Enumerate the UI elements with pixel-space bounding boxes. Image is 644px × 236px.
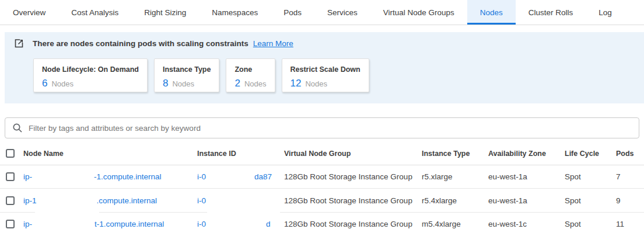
life-cycle-cell: Spot — [565, 220, 616, 228]
redaction-gap — [32, 177, 94, 178]
node-name-suffix: .compute.internal — [97, 196, 158, 205]
banner-message: There are nodes containing pods with sca… — [33, 39, 249, 48]
card-count: 2 — [235, 78, 240, 89]
column-header-instance-type: Instance Type — [422, 150, 488, 158]
constraint-card-restrict-scale-down[interactable]: Restrict Scale Down 12 Nodes — [282, 58, 369, 92]
card-count: 6 — [42, 78, 47, 89]
tab-services[interactable]: Services — [314, 0, 370, 25]
redaction-gap — [32, 224, 94, 225]
nodes-page: Overview Cost Analysis Right Sizing Name… — [0, 0, 644, 236]
virtual-node-group-cell: 128Gb Root Storage Instance Group — [284, 172, 422, 181]
card-title: Instance Type — [163, 65, 211, 74]
availability-zone-cell: eu-west-1a — [488, 172, 565, 181]
scaling-constraints-banner: There are nodes containing pods with sca… — [5, 32, 644, 103]
pods-cell: 11 — [616, 220, 644, 228]
banner-message-row: There are nodes containing pods with sca… — [14, 39, 635, 48]
tab-bar: Overview Cost Analysis Right Sizing Name… — [0, 0, 644, 25]
tab-nodes[interactable]: Nodes — [467, 0, 516, 25]
redaction-gap — [206, 224, 266, 225]
node-name-link[interactable]: ip--1.compute.internal — [23, 172, 197, 181]
redaction-gap — [206, 200, 264, 201]
instance-id-prefix: i-0 — [197, 172, 206, 181]
card-title: Zone — [235, 65, 266, 74]
tab-cluster-rolls[interactable]: Cluster Rolls — [516, 0, 586, 25]
column-header-pods: Pods — [616, 150, 644, 158]
scaling-constraint-icon — [14, 39, 24, 48]
column-header-instance-id: Instance ID — [197, 150, 284, 158]
instance-id-link[interactable]: i-0 — [197, 196, 284, 205]
instance-id-link[interactable]: i-0d — [197, 220, 284, 228]
tab-overview[interactable]: Overview — [0, 0, 58, 25]
constraint-card-node-lifecycle[interactable]: Node Lifecycle: On Demand 6 Nodes — [33, 58, 148, 92]
redaction-gap — [37, 200, 97, 201]
node-name-suffix: t-1.compute.internal — [94, 220, 164, 228]
card-unit: Nodes — [51, 79, 74, 88]
learn-more-link[interactable]: Learn More — [253, 39, 293, 48]
card-count: 12 — [290, 78, 302, 89]
card-unit: Nodes — [244, 79, 267, 88]
filter-input[interactable] — [29, 124, 632, 133]
instance-type-cell: r5.xlarge — [422, 172, 488, 181]
row-checkbox[interactable] — [6, 172, 15, 181]
search-icon — [12, 123, 23, 133]
constraint-cards: Node Lifecycle: On Demand 6 Nodes Instan… — [33, 58, 635, 92]
table-row: ip-t-1.compute.internal i-0d 128Gb Root … — [0, 212, 644, 236]
instance-id-prefix: i-0 — [197, 220, 206, 228]
availability-zone-cell: eu-west-1a — [488, 196, 565, 205]
table-row: ip--1.compute.internal i-0da87 128Gb Roo… — [0, 165, 644, 189]
redaction-gap — [206, 177, 254, 178]
card-title: Node Lifecycle: On Demand — [42, 65, 139, 74]
constraint-card-zone[interactable]: Zone 2 Nodes — [226, 58, 275, 92]
tab-namespaces[interactable]: Namespaces — [199, 0, 271, 25]
column-header-life-cycle: Life Cycle — [565, 150, 616, 158]
row-checkbox[interactable] — [6, 220, 15, 228]
tab-right-sizing[interactable]: Right Sizing — [131, 0, 199, 25]
tab-log[interactable]: Log — [586, 0, 625, 25]
card-count: 8 — [163, 78, 168, 89]
instance-type-cell: m5.4xlarge — [422, 220, 488, 228]
instance-id-link[interactable]: i-0da87 — [197, 172, 284, 181]
life-cycle-cell: Spot — [565, 196, 616, 205]
select-all-checkbox[interactable] — [6, 149, 15, 158]
nodes-table: Node Name Instance ID Virtual Node Group… — [0, 142, 644, 236]
column-header-virtual-node-group: Virtual Node Group — [284, 150, 422, 158]
table-row: ip-1.compute.internal i-0 128Gb Root Sto… — [0, 189, 644, 212]
availability-zone-cell: eu-west-1c — [488, 220, 565, 228]
table-header-row: Node Name Instance ID Virtual Node Group… — [0, 142, 644, 165]
tab-pods[interactable]: Pods — [271, 0, 314, 25]
card-unit: Nodes — [172, 79, 194, 88]
row-checkbox[interactable] — [6, 196, 15, 205]
node-name-suffix: -1.compute.internal — [94, 172, 162, 181]
node-name-prefix: ip-1 — [23, 196, 37, 205]
node-name-prefix: ip- — [23, 220, 32, 228]
card-title: Restrict Scale Down — [290, 65, 360, 74]
node-name-prefix: ip- — [23, 172, 32, 181]
instance-id-prefix: i-0 — [197, 196, 206, 205]
virtual-node-group-cell: 128Gb Root Storage Instance Group — [284, 196, 422, 205]
tab-virtual-node-groups[interactable]: Virtual Node Groups — [370, 0, 467, 25]
pods-cell: 9 — [616, 196, 644, 205]
tab-cost-analysis[interactable]: Cost Analysis — [58, 0, 131, 25]
column-header-availability-zone: Availability Zone — [488, 150, 565, 158]
life-cycle-cell: Spot — [565, 172, 616, 181]
instance-id-suffix: da87 — [254, 172, 272, 181]
node-name-link[interactable]: ip-1.compute.internal — [23, 196, 197, 205]
column-header-node-name: Node Name — [23, 150, 197, 158]
virtual-node-group-cell: 128Gb Root Storage Instance Group — [284, 220, 422, 228]
card-unit: Nodes — [305, 79, 327, 88]
node-name-link[interactable]: ip-t-1.compute.internal — [23, 220, 197, 228]
pods-cell: 7 — [616, 172, 644, 181]
filter-bar — [5, 117, 639, 138]
constraint-card-instance-type[interactable]: Instance Type 8 Nodes — [154, 58, 219, 92]
instance-type-cell: r5.4xlarge — [422, 196, 488, 205]
instance-id-suffix: d — [266, 220, 271, 228]
